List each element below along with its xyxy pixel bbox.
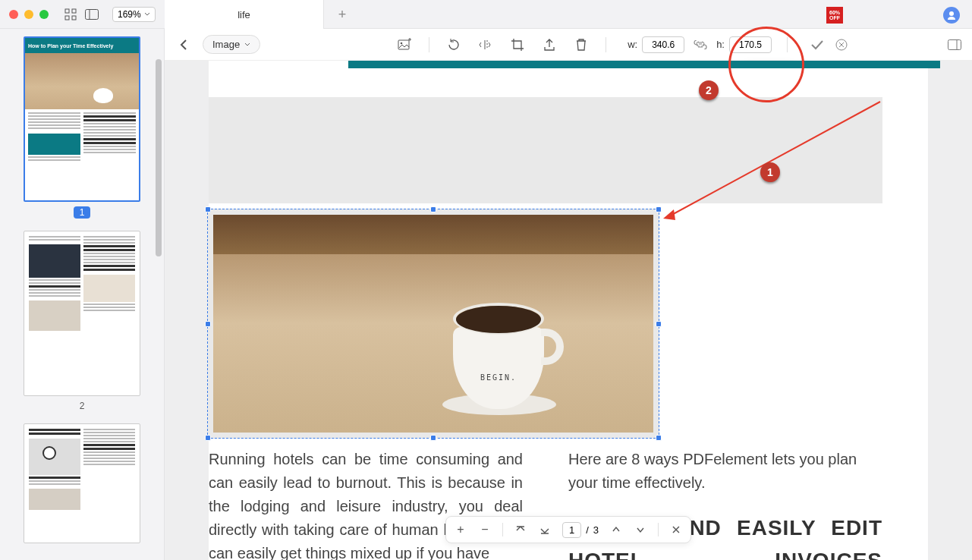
image-toolbar: Image w: h: [165, 29, 972, 61]
width-input[interactable] [642, 36, 684, 53]
sidebar-scrollbar[interactable] [156, 59, 162, 256]
svg-rect-2 [65, 16, 69, 20]
resize-handle-bl[interactable] [205, 435, 211, 441]
window-controls [0, 10, 49, 19]
close-nav-button[interactable] [669, 523, 683, 536]
page-thumbnail-2[interactable] [24, 231, 140, 396]
close-window-icon[interactable] [9, 10, 18, 19]
annotation-step-1: 1 [760, 162, 780, 182]
fullscreen-window-icon[interactable] [39, 10, 49, 19]
width-label: w: [628, 39, 637, 50]
cancel-button[interactable] [833, 36, 850, 53]
confirm-button[interactable] [809, 36, 826, 53]
link-dimensions-icon[interactable] [694, 40, 707, 49]
resize-handle-tm[interactable] [430, 206, 436, 212]
next-page-button[interactable] [634, 523, 647, 536]
sidebar-toggle-icon[interactable] [85, 8, 99, 21]
resize-handle-tl[interactable] [205, 206, 211, 212]
page-nav-bar: + − 1 / 3 [445, 516, 691, 543]
svg-rect-3 [72, 16, 76, 20]
body-text-right: Here are 8 ways PDFelement lets you plan… [568, 448, 882, 495]
prev-page-button[interactable] [609, 523, 623, 536]
resize-handle-br[interactable] [656, 435, 662, 441]
scroll-bottom-button[interactable] [538, 523, 552, 536]
resize-handle-bm[interactable] [430, 435, 436, 441]
selected-image[interactable]: BEGIN. [207, 209, 659, 439]
resize-handle-tr[interactable] [656, 206, 662, 212]
promo-badge[interactable]: 60% OFF [826, 7, 843, 24]
crop-icon[interactable] [510, 37, 525, 52]
current-page-input[interactable]: 1 [562, 522, 581, 538]
zoom-in-button[interactable]: + [454, 523, 467, 536]
zoom-out-button[interactable]: − [478, 523, 492, 536]
page-thumbnail-3[interactable] [24, 423, 140, 543]
total-pages: 3 [593, 524, 599, 536]
edit-mode-label: Image [212, 39, 240, 50]
page-header-bar [348, 61, 940, 68]
page-number-2: 2 [80, 401, 85, 411]
titlebar: 169% life + 60% OFF [0, 0, 972, 29]
document-tab[interactable]: life [165, 0, 324, 29]
svg-rect-0 [65, 9, 69, 13]
zoom-select[interactable]: 169% [112, 7, 156, 22]
canvas-area: BEGIN. Running hotels can be time consum… [165, 61, 972, 560]
right-panel-toggle-icon[interactable] [948, 39, 961, 50]
svg-point-8 [401, 42, 403, 44]
annotation-step-2: 2 [699, 80, 719, 100]
back-button[interactable] [175, 36, 192, 53]
image-content: BEGIN. [213, 215, 653, 433]
zoom-value: 169% [118, 9, 141, 20]
user-avatar[interactable] [943, 7, 960, 24]
document-page: BEGIN. Running hotels can be time consum… [209, 61, 928, 560]
svg-rect-13 [948, 39, 961, 49]
flip-icon[interactable] [478, 37, 493, 52]
add-tab-button[interactable]: + [331, 0, 354, 29]
delete-icon[interactable] [574, 37, 589, 52]
cup-text: BEGIN. [453, 373, 544, 382]
replace-image-icon[interactable] [397, 37, 412, 52]
height-input[interactable] [729, 36, 772, 53]
svg-rect-1 [72, 9, 76, 13]
export-icon[interactable] [542, 37, 557, 52]
grid-view-icon[interactable] [64, 8, 77, 21]
thumb-title: How to Plan your Time Effectively [25, 38, 139, 53]
minimize-window-icon[interactable] [24, 10, 33, 19]
document-tab-label: life [237, 9, 250, 20]
svg-rect-4 [86, 9, 99, 19]
svg-rect-7 [398, 40, 409, 49]
edit-mode-dropdown[interactable]: Image [203, 35, 260, 54]
resize-handle-ml[interactable] [205, 321, 211, 327]
scroll-top-button[interactable] [514, 523, 527, 536]
svg-point-6 [949, 11, 954, 16]
rotate-icon[interactable] [446, 37, 461, 52]
resize-handle-mr[interactable] [656, 321, 662, 327]
thumbnail-sidebar: How to Plan your Time Effectively 1 [0, 29, 165, 560]
page-separator: / [586, 524, 589, 536]
height-label: h: [716, 39, 725, 50]
page-thumbnail-1[interactable]: How to Plan your Time Effectively [24, 36, 140, 202]
page-number-1: 1 [74, 206, 91, 219]
